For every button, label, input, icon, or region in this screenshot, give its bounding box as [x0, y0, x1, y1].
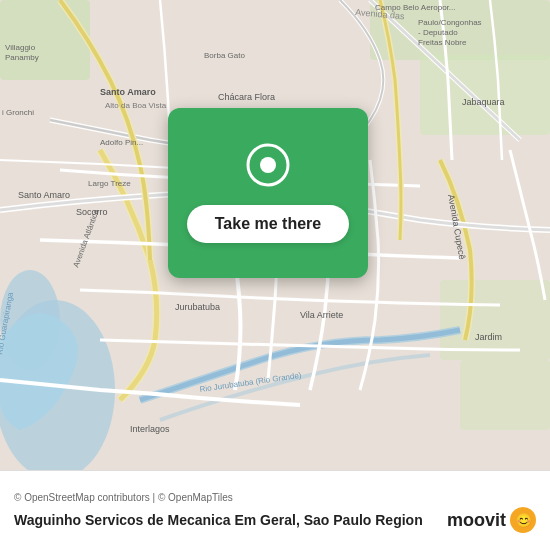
svg-text:Socorro: Socorro — [76, 207, 108, 217]
svg-text:Interlagos: Interlagos — [130, 424, 170, 434]
svg-text:Vila Arriete: Vila Arriete — [300, 310, 343, 320]
bottom-bar: © OpenStreetMap contributors | © OpenMap… — [0, 470, 550, 550]
svg-text:Jardim: Jardim — [475, 332, 502, 342]
svg-text:Freitas Nobre: Freitas Nobre — [418, 38, 467, 47]
svg-text:Campo Belo Aeropor...: Campo Belo Aeropor... — [375, 3, 456, 12]
svg-text:Panamby: Panamby — [5, 53, 39, 62]
svg-text:Paulo/Congonhas: Paulo/Congonhas — [418, 18, 482, 27]
svg-text:Largo Treze: Largo Treze — [88, 179, 131, 188]
take-me-there-button[interactable]: Take me there — [187, 205, 349, 243]
moovit-logo: moovit 😊 — [447, 507, 536, 533]
moovit-label: moovit — [447, 510, 506, 531]
svg-text:Villaggio: Villaggio — [5, 43, 36, 52]
svg-rect-3 — [0, 0, 90, 80]
svg-text:i Gronchi: i Gronchi — [2, 108, 34, 117]
svg-rect-6 — [440, 280, 550, 360]
place-name: Waguinho Servicos de Mecanica Em Geral, … — [14, 511, 439, 529]
location-card: Take me there — [168, 108, 368, 278]
svg-text:Jabaquara: Jabaquara — [462, 97, 505, 107]
place-info-row: Waguinho Servicos de Mecanica Em Geral, … — [14, 507, 536, 533]
location-pin-icon — [246, 143, 290, 187]
svg-text:Adolfo Pin...: Adolfo Pin... — [100, 138, 143, 147]
svg-text:Santo Amaro: Santo Amaro — [18, 190, 70, 200]
moovit-emoji-icon: 😊 — [510, 507, 536, 533]
svg-rect-7 — [460, 360, 550, 430]
svg-text:Jurubatuba: Jurubatuba — [175, 302, 220, 312]
map: Avenida das Villaggio Panamby i Gronchi … — [0, 0, 550, 490]
svg-text:- Deputado: - Deputado — [418, 28, 458, 37]
svg-text:Alto da Boa Vista: Alto da Boa Vista — [105, 101, 167, 110]
svg-text:Borba Gato: Borba Gato — [204, 51, 245, 60]
svg-point-36 — [260, 157, 276, 173]
svg-text:Chácara Flora: Chácara Flora — [218, 92, 275, 102]
svg-text:Santo Amaro: Santo Amaro — [100, 87, 156, 97]
map-attribution: © OpenStreetMap contributors | © OpenMap… — [14, 492, 536, 503]
